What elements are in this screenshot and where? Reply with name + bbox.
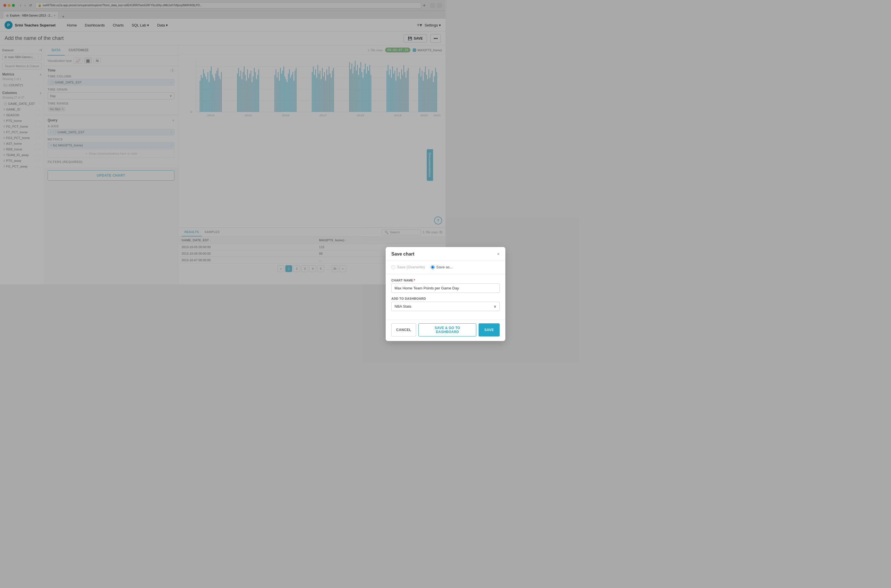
save-options: Save (Overwrite) Save as... (391, 265, 446, 269)
save-as-radio[interactable] (431, 265, 435, 269)
save-as-option[interactable]: Save as... (431, 265, 446, 269)
save-overwrite-option[interactable]: Save (Overwrite) (391, 265, 425, 269)
modal-body: Save (Overwrite) Save as... CHART NAME* … (386, 260, 446, 294)
save-as-label: Save as... (436, 265, 446, 269)
modal-title: Save chart (391, 252, 415, 256)
chart-name-group: CHART NAME* (391, 279, 446, 293)
modal-overlay: Save chart × Save (Overwrite) Save as...… (0, 0, 446, 294)
modal-divider (386, 274, 446, 274)
chart-name-label: CHART NAME* (391, 279, 446, 282)
modal-header: Save chart × (386, 247, 446, 260)
save-overwrite-label: Save (Overwrite) (397, 265, 425, 269)
required-indicator: * (414, 279, 415, 282)
save-chart-modal: Save chart × Save (Overwrite) Save as...… (386, 247, 446, 294)
chart-name-input[interactable] (391, 284, 446, 293)
save-overwrite-radio[interactable] (391, 265, 395, 269)
